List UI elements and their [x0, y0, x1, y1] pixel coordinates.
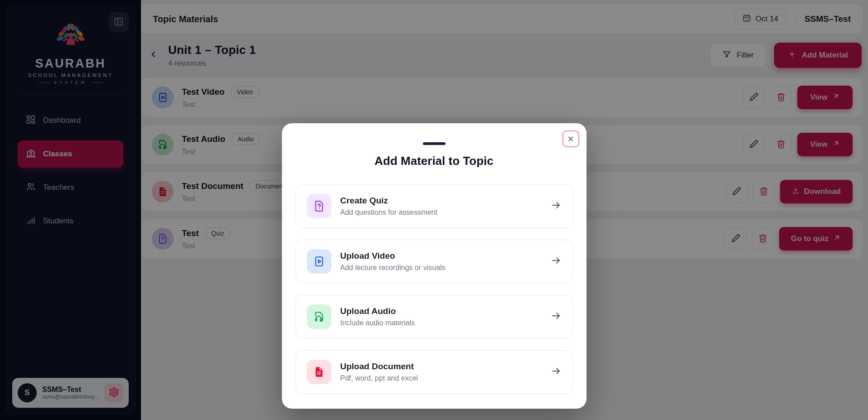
arrow-right-icon [551, 200, 562, 212]
arrow-right-icon [551, 366, 562, 378]
option-texts: Upload Document Pdf, word, ppt and excel [340, 362, 542, 382]
option-subtitle: Add questions for assessment [340, 208, 542, 217]
close-icon: ✕ [567, 134, 574, 144]
option-title: Upload Audio [340, 306, 542, 316]
audio-icon [307, 304, 331, 329]
option-upload-audio[interactable]: Upload Audio Include audio materials [296, 295, 573, 338]
option-upload-video[interactable]: Upload Video Add lecture recordings or v… [296, 240, 573, 283]
modal-options: Create Quiz Add questions for assessment… [296, 184, 573, 394]
option-texts: Upload Video Add lecture recordings or v… [340, 251, 542, 272]
add-material-modal: ✕ Add Material to Topic Create Quiz Add … [282, 123, 587, 409]
option-subtitle: Pdf, word, ppt and excel [340, 374, 542, 382]
document-icon [307, 360, 331, 384]
option-texts: Upload Audio Include audio materials [340, 306, 542, 327]
option-texts: Create Quiz Add questions for assessment [340, 196, 542, 217]
modal-accent-bar [423, 142, 446, 145]
quiz-icon [307, 194, 331, 218]
video-icon [307, 249, 331, 274]
option-title: Upload Document [340, 362, 542, 372]
option-title: Create Quiz [340, 196, 542, 206]
option-subtitle: Include audio materials [340, 319, 542, 327]
arrow-right-icon [551, 310, 562, 323]
modal-title: Add Material to Topic [296, 154, 573, 168]
option-subtitle: Add lecture recordings or visuals [340, 264, 542, 272]
modal-close-button[interactable]: ✕ [563, 130, 579, 147]
option-title: Upload Video [340, 251, 542, 261]
option-create-quiz[interactable]: Create Quiz Add questions for assessment [296, 184, 573, 228]
arrow-right-icon [551, 255, 562, 268]
option-upload-document[interactable]: Upload Document Pdf, word, ppt and excel [296, 350, 573, 394]
